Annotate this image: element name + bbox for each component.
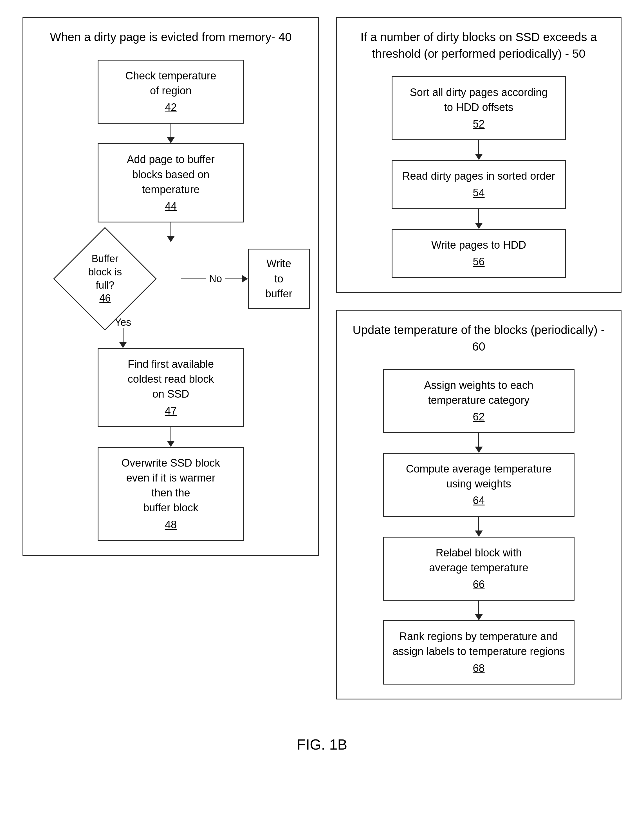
left-panel: When a dirty page is evicted from memory… <box>23 17 319 556</box>
box-62: Assign weights to eachtemperature catego… <box>383 369 575 434</box>
right-bottom-header: Update temperature of the blocks (period… <box>345 322 612 355</box>
fig-caption: FIG. 1B <box>297 736 347 753</box>
box-44-num: 44 <box>107 199 235 214</box>
box-52: Sort all dirty pages accordingto HDD off… <box>392 76 566 140</box>
arrow-46-47 <box>119 328 127 348</box>
arrow-line <box>170 223 171 236</box>
box-42-num: 42 <box>107 100 235 115</box>
box-44: Add page to bufferblocks based ontempera… <box>98 143 244 223</box>
no-line-h <box>181 278 206 279</box>
arrow-head <box>475 530 483 537</box>
yes-section: Yes <box>115 315 131 348</box>
arrow-62-64 <box>475 433 483 453</box>
box-54-num: 54 <box>401 185 557 200</box>
arrow-52-54 <box>475 140 483 160</box>
arrow-head <box>167 137 175 143</box>
box-68: Rank regions by temperature andassign la… <box>383 620 575 684</box>
arrow-head <box>119 342 127 348</box>
arrow-line <box>170 427 171 441</box>
arrow-head <box>475 614 483 620</box>
arrow-54-56 <box>475 209 483 229</box>
right-top-panel: If a number of dirty blocks on SSD excee… <box>336 17 621 293</box>
left-panel-header: When a dirty page is evicted from memory… <box>50 29 292 46</box>
diamond-row: Bufferblock isfull?46 No <box>32 242 310 315</box>
arrow-right <box>225 275 248 283</box>
diamond-46-text: Bufferblock isfull?46 <box>73 252 137 305</box>
box-64-text: Compute average temperatureusing weights <box>406 463 552 490</box>
box-52-num: 52 <box>401 117 557 132</box>
right-bottom-panel: Update temperature of the blocks (period… <box>336 310 621 700</box>
diamond-46-container: Bufferblock isfull?46 <box>32 242 178 315</box>
arrow-line <box>170 124 171 137</box>
box-62-num: 62 <box>393 409 565 424</box>
box-47-num: 47 <box>107 403 235 418</box>
box-56-num: 56 <box>401 254 557 269</box>
arrow-line <box>478 601 479 614</box>
arrow-head <box>475 223 483 229</box>
box-48: Overwrite SSD blockeven if it is warmert… <box>98 447 244 541</box>
box-52-text: Sort all dirty pages accordingto HDD off… <box>410 86 548 113</box>
box-54-text: Read dirty pages in sorted order <box>402 170 555 182</box>
write-buffer-box: Writetobuffer <box>248 249 310 309</box>
box-48-text: Overwrite SSD blockeven if it is warmert… <box>121 457 220 514</box>
arrow-44-46 <box>167 223 175 242</box>
arrow-right-line <box>225 278 242 279</box>
arrow-head <box>475 447 483 453</box>
write-buffer-text: Writetobuffer <box>265 258 292 299</box>
page: When a dirty page is evicted from memory… <box>0 0 644 818</box>
arrow-head <box>167 441 175 447</box>
box-64: Compute average temperatureusing weights… <box>383 453 575 517</box>
no-label: No <box>209 273 222 285</box>
box-44-text: Add page to bufferblocks based ontempera… <box>127 154 215 195</box>
box-42-text: Check temperatureof region <box>125 70 216 97</box>
arrow-42-44 <box>167 124 175 143</box>
box-66-num: 66 <box>393 577 565 592</box>
box-64-num: 64 <box>393 493 565 508</box>
right-top-header: If a number of dirty blocks on SSD excee… <box>345 29 612 62</box>
box-68-num: 68 <box>393 661 565 676</box>
arrow-line <box>478 517 479 530</box>
arrow-right-head <box>242 275 248 283</box>
arrow-line <box>478 433 479 447</box>
diamond-46: Bufferblock isfull?46 <box>53 227 157 331</box>
arrow-66-68 <box>475 601 483 620</box>
right-top-flow: Sort all dirty pages accordingto HDD off… <box>345 76 612 278</box>
arrow-head <box>475 154 483 160</box>
box-56-text: Write pages to HDD <box>431 239 526 251</box>
left-column: When a dirty page is evicted from memory… <box>23 17 319 573</box>
main-layout: When a dirty page is evicted from memory… <box>23 17 621 717</box>
right-bottom-flow: Assign weights to eachtemperature catego… <box>345 369 612 684</box>
arrow-line <box>478 209 479 223</box>
box-47-text: Find first availablecoldest read blockon… <box>128 358 214 400</box>
box-56: Write pages to HDD 56 <box>392 229 566 278</box>
diamond-46-num: 46 <box>73 292 137 305</box>
left-flow: Check temperatureof region 42 Add page t… <box>32 60 310 541</box>
arrow-head <box>167 236 175 242</box>
box-48-num: 48 <box>107 517 235 532</box>
right-column: If a number of dirty blocks on SSD excee… <box>336 17 621 717</box>
box-62-text: Assign weights to eachtemperature catego… <box>424 379 534 406</box>
box-54: Read dirty pages in sorted order 54 <box>392 160 566 209</box>
arrow-47-48 <box>167 427 175 447</box>
no-branch: No Writetobuffer <box>181 249 310 309</box>
box-47: Find first availablecoldest read blockon… <box>98 348 244 427</box>
box-42: Check temperatureof region 42 <box>98 60 244 124</box>
arrow-64-66 <box>475 517 483 537</box>
arrow-line <box>478 140 479 154</box>
box-66-text: Relabel block withaverage temperature <box>429 547 528 574</box>
box-66: Relabel block withaverage temperature 66 <box>383 537 575 601</box>
arrow-line <box>123 328 124 342</box>
box-68-text: Rank regions by temperature andassign la… <box>393 630 565 657</box>
